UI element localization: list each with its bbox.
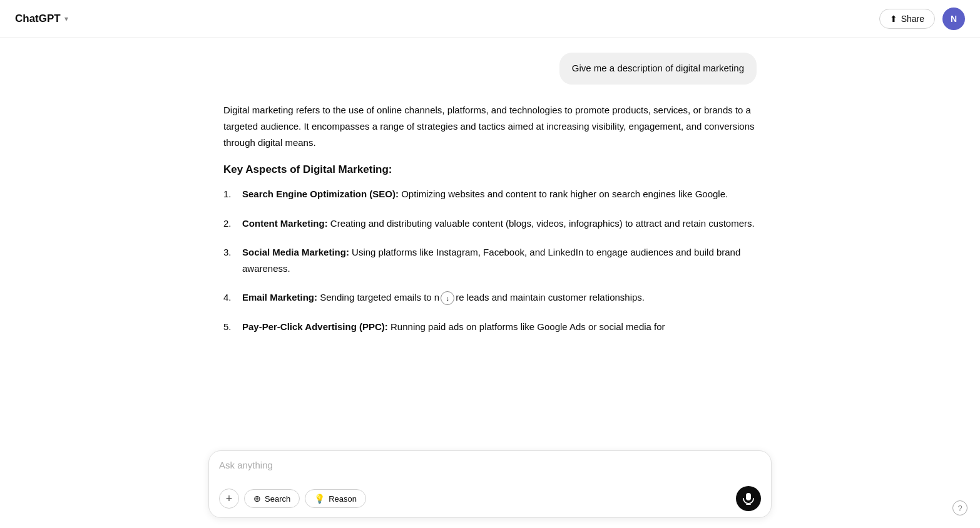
- ai-heading: Key Aspects of Digital Marketing:: [223, 163, 757, 176]
- partial-bold: Pay-Per-Click Advertising (PPC):: [242, 321, 388, 332]
- user-message: Give me a description of digital marketi…: [559, 53, 757, 85]
- list-item-bold: Social Media Marketing:: [242, 247, 349, 257]
- reason-label: Reason: [329, 494, 357, 504]
- list-item: Content Marketing: Creating and distribu…: [223, 215, 757, 232]
- share-button[interactable]: ⬆ Share: [879, 9, 935, 29]
- list-item-text-cont: re leads and maintain customer relations…: [456, 292, 645, 303]
- chat-container: Give me a description of digital marketi…: [208, 53, 772, 348]
- globe-icon: ⊕: [253, 494, 261, 504]
- ai-list: Search Engine Optimization (SEO): Optimi…: [223, 186, 757, 306]
- list-item-text: Creating and distributing valuable conte…: [330, 218, 755, 229]
- list-item: Email Marketing: Sending targeted emails…: [223, 289, 757, 306]
- partial-content: Pay-Per-Click Advertising (PPC): Running…: [242, 319, 665, 335]
- header-right: ⬆ Share N: [879, 8, 965, 30]
- list-item-bold: Search Engine Optimization (SEO):: [242, 189, 399, 199]
- microphone-icon: [743, 492, 754, 505]
- ai-intro-text: Digital marketing refers to the use of o…: [223, 102, 757, 152]
- add-button[interactable]: +: [219, 489, 239, 509]
- share-upload-icon: ⬆: [890, 14, 897, 24]
- search-label: Search: [265, 494, 290, 504]
- list-item-content: Content Marketing: Creating and distribu…: [242, 215, 755, 232]
- ai-response: Digital marketing refers to the use of o…: [223, 102, 757, 335]
- input-toolbar: + ⊕ Search 💡 Reason: [219, 486, 761, 511]
- reason-button[interactable]: 💡 Reason: [305, 489, 366, 508]
- list-item-text: Optimizing websites and content to rank …: [401, 189, 728, 199]
- list-item-content: Search Engine Optimization (SEO): Optimi…: [242, 186, 728, 202]
- partial-text: Running paid ads on platforms like Googl…: [390, 321, 665, 332]
- header-left: ChatGPT ▾: [15, 13, 68, 25]
- list-item-content: Email Marketing: Sending targeted emails…: [242, 289, 645, 306]
- list-item-content: Social Media Marketing: Using platforms …: [242, 244, 757, 277]
- list-item-bold: Content Marketing:: [242, 218, 328, 229]
- share-label: Share: [901, 14, 924, 24]
- avatar[interactable]: N: [942, 8, 965, 30]
- help-icon[interactable]: ?: [952, 500, 967, 515]
- scroll-indicator-inline: ↓: [441, 291, 454, 305]
- input-container: + ⊕ Search 💡 Reason: [208, 450, 772, 518]
- list-item-bold: Email Marketing:: [242, 292, 317, 303]
- list-item-text: Sending targeted emails to n: [320, 292, 439, 303]
- app-title: ChatGPT: [15, 13, 61, 25]
- list-item: Search Engine Optimization (SEO): Optimi…: [223, 186, 757, 202]
- partial-list-item-5: Pay-Per-Click Advertising (PPC): Running…: [223, 319, 757, 335]
- chevron-down-icon[interactable]: ▾: [64, 14, 68, 23]
- voice-button[interactable]: [736, 486, 761, 511]
- header: ChatGPT ▾ ⬆ Share N: [0, 0, 980, 38]
- plus-icon: +: [226, 492, 233, 505]
- input-area: + ⊕ Search 💡 Reason: [0, 443, 980, 528]
- lightbulb-icon: 💡: [314, 494, 325, 504]
- list-item: Social Media Marketing: Using platforms …: [223, 244, 757, 277]
- chat-input[interactable]: [219, 460, 761, 477]
- svg-rect-0: [746, 493, 751, 500]
- search-button[interactable]: ⊕ Search: [244, 489, 300, 508]
- input-tools-left: + ⊕ Search 💡 Reason: [219, 489, 366, 509]
- avatar-letter: N: [951, 14, 957, 24]
- user-message-wrapper: Give me a description of digital marketi…: [223, 53, 757, 85]
- main-content: Give me a description of digital marketi…: [0, 38, 980, 528]
